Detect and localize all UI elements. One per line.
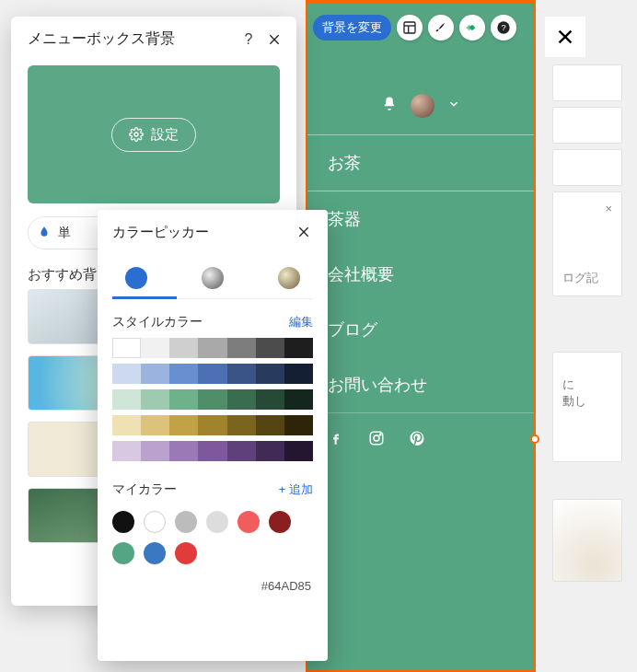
- resize-handle[interactable]: [530, 434, 539, 444]
- color-swatch[interactable]: [112, 389, 141, 410]
- ghost-card: に 動し: [552, 352, 622, 462]
- my-colors-title: マイカラー: [112, 481, 177, 498]
- color-swatch[interactable]: [256, 415, 284, 435]
- menu-item-blog[interactable]: ブログ: [307, 302, 534, 357]
- color-swatch[interactable]: [169, 364, 198, 384]
- animation-icon[interactable]: [459, 15, 485, 41]
- my-color-swatch[interactable]: [206, 511, 228, 533]
- avatar[interactable]: [411, 94, 434, 118]
- pinterest-icon[interactable]: [409, 430, 425, 450]
- color-swatch[interactable]: [112, 441, 141, 461]
- solid-color-label: 単: [58, 225, 71, 241]
- my-color-swatch[interactable]: [269, 511, 291, 533]
- ghost-card: [552, 149, 622, 186]
- background-preview: 設定: [28, 65, 280, 203]
- change-background-button[interactable]: 背景を変更: [313, 15, 391, 41]
- my-color-swatch[interactable]: [237, 511, 260, 533]
- ghost-card: [552, 499, 622, 582]
- help-button[interactable]: ?: [239, 30, 258, 49]
- swatch-row: [112, 389, 313, 410]
- color-swatch[interactable]: [256, 338, 284, 358]
- color-picker-tabs: [112, 250, 313, 299]
- my-color-swatch[interactable]: [144, 511, 166, 533]
- hex-value: #64AD85: [112, 570, 313, 597]
- color-swatch[interactable]: [112, 338, 141, 358]
- help-icon[interactable]: ?: [491, 15, 516, 41]
- swatch-row: [112, 338, 313, 358]
- color-swatch[interactable]: [227, 338, 256, 358]
- instagram-icon[interactable]: [368, 430, 385, 450]
- my-color-swatch[interactable]: [144, 542, 166, 564]
- ghost-close[interactable]: ×: [605, 202, 612, 215]
- color-swatch[interactable]: [169, 389, 198, 410]
- mobile-preview-frame: モバイルメニューボックス 背景を変更 ? お茶 茶器: [306, 0, 536, 672]
- color-swatch[interactable]: [284, 415, 313, 435]
- color-swatch[interactable]: [256, 389, 284, 410]
- color-swatch[interactable]: [141, 338, 169, 358]
- bell-icon[interactable]: [381, 96, 398, 116]
- menu-item-company[interactable]: 会社概要: [307, 247, 534, 302]
- menu-item-chaki[interactable]: 茶器: [307, 191, 534, 247]
- color-swatch[interactable]: [284, 338, 313, 358]
- my-color-swatch[interactable]: [112, 511, 134, 533]
- close-panel-button[interactable]: [265, 30, 284, 49]
- svg-rect-0: [404, 22, 415, 33]
- panel-header: メニューボックス背景 ?: [11, 17, 296, 58]
- mobile-menu-body: お茶 茶器 会社概要 ブログ お問い合わせ: [307, 66, 534, 670]
- color-swatch[interactable]: [256, 364, 284, 384]
- swatch-row: [112, 364, 313, 384]
- tab-gradient-warm[interactable]: [278, 267, 300, 289]
- color-swatch[interactable]: [141, 415, 169, 435]
- my-color-swatch[interactable]: [175, 542, 197, 564]
- color-swatch[interactable]: [198, 338, 226, 358]
- add-my-color[interactable]: + 追加: [279, 481, 313, 498]
- color-swatch[interactable]: [227, 441, 256, 461]
- color-swatch[interactable]: [284, 441, 313, 461]
- color-swatch[interactable]: [227, 364, 256, 384]
- color-swatch[interactable]: [198, 364, 226, 384]
- color-swatch[interactable]: [198, 441, 226, 461]
- layout-icon[interactable]: [397, 15, 423, 41]
- ghost-text: に: [562, 377, 612, 393]
- color-swatch[interactable]: [227, 415, 256, 435]
- settings-button[interactable]: 設定: [111, 118, 196, 152]
- menu-item-ocha[interactable]: お茶: [307, 135, 534, 191]
- color-swatch[interactable]: [284, 364, 313, 384]
- color-swatch[interactable]: [112, 364, 141, 384]
- color-swatch[interactable]: [198, 415, 226, 435]
- color-swatch[interactable]: [141, 364, 169, 384]
- my-color-swatch[interactable]: [175, 511, 197, 533]
- color-picker-panel: カラーピッカー スタイルカラー 編集 マイカラー + 追加 #64AD85: [98, 210, 328, 661]
- style-colors-grid: [112, 338, 313, 461]
- tab-gradient-gray[interactable]: [202, 267, 224, 289]
- color-swatch[interactable]: [141, 389, 169, 410]
- my-color-swatch[interactable]: [112, 542, 134, 564]
- style-colors-header: スタイルカラー 編集: [112, 299, 313, 338]
- color-swatch[interactable]: [227, 389, 256, 410]
- settings-label: 設定: [151, 126, 179, 144]
- close-color-picker-button[interactable]: [295, 223, 313, 241]
- color-swatch[interactable]: [198, 389, 226, 410]
- edit-style-colors[interactable]: 編集: [289, 314, 313, 330]
- tab-solid[interactable]: [125, 267, 147, 289]
- close-mobile-menu-button[interactable]: [545, 17, 585, 57]
- color-swatch[interactable]: [112, 415, 141, 435]
- tab-underline: [112, 296, 177, 299]
- svg-point-12: [134, 133, 138, 136]
- menu-item-contact[interactable]: お問い合わせ: [307, 357, 534, 412]
- ghost-text: 動し: [562, 393, 612, 410]
- drop-icon: [38, 226, 51, 241]
- facebook-icon[interactable]: [328, 430, 344, 450]
- color-swatch[interactable]: [141, 441, 169, 461]
- background-ghost-column: × ログ記 に 動し: [538, 0, 637, 672]
- style-colors-title: スタイルカラー: [112, 314, 203, 330]
- design-brush-icon[interactable]: [428, 15, 454, 41]
- color-swatch[interactable]: [169, 415, 198, 435]
- mobile-menu-list: お茶 茶器 会社概要 ブログ お問い合わせ: [307, 134, 534, 413]
- color-swatch[interactable]: [256, 441, 284, 461]
- color-swatch[interactable]: [169, 441, 198, 461]
- chevron-down-icon[interactable]: [447, 98, 460, 114]
- color-swatch[interactable]: [284, 389, 313, 410]
- panel-title: メニューボックス背景: [28, 29, 175, 49]
- color-swatch[interactable]: [169, 338, 198, 358]
